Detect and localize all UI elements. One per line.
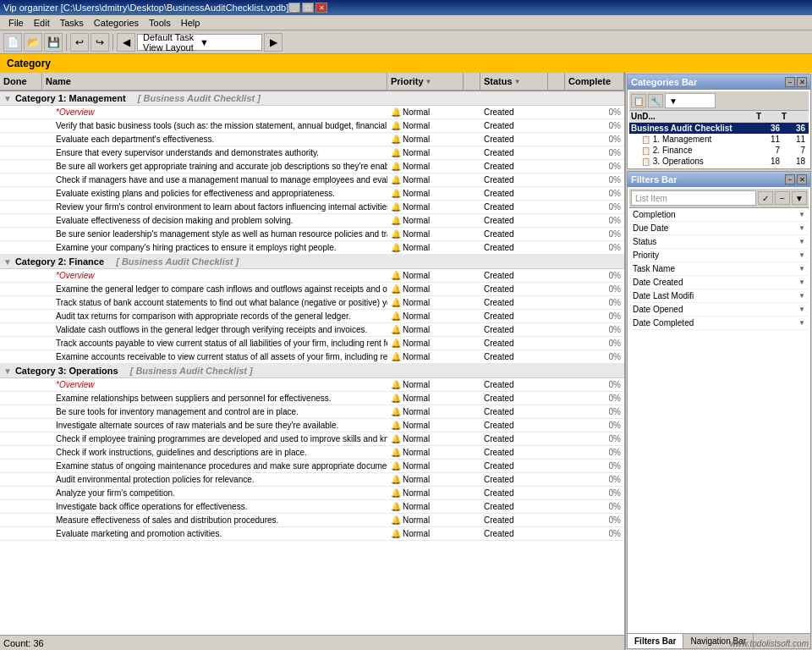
priority-spacer-cell [464,296,480,309]
menu-tasks[interactable]: Tasks [55,17,89,29]
save-button[interactable]: 💾 [44,33,63,52]
filter-label: Priority [633,251,798,260]
task-row[interactable]: Track accounts payable to view current s… [0,337,624,350]
task-row[interactable]: Be sure all workers get appropriate trai… [0,160,624,174]
layout-dropdown[interactable]: Default Task View Layout ▼ [137,34,262,51]
menu-tools[interactable]: Tools [144,17,176,29]
task-row[interactable]: Investigate alternate sources of raw mat… [0,419,624,432]
maximize-button[interactable]: □ [302,3,314,13]
task-list[interactable]: ▼Category 1: Management [ Business Audit… [0,91,624,635]
task-row[interactable]: Examine relationships between suppliers … [0,392,624,405]
task-row[interactable]: Check if managers have and use a managem… [0,174,624,187]
task-row[interactable]: Audit environmental protection policies … [0,473,624,487]
task-row[interactable]: *Overview🔔NormalCreated0% [0,269,624,283]
status-cell: Created [480,296,548,309]
priority-cell: 🔔Normal [387,323,464,336]
cat-row-bracket: [ Business Audit Checklist ] [116,256,239,267]
cat-panel-pin-button[interactable]: − [785,77,795,87]
task-row[interactable]: Be sure tools for inventory management a… [0,405,624,419]
tab-filters-bar[interactable]: Filters Bar [628,634,683,648]
filter-dropdown-icon[interactable]: ▼ [798,251,805,259]
task-row[interactable]: Evaluate existing plans and policies for… [0,187,624,201]
cat-item-1[interactable]: 📋 1. Management1111 [629,134,809,145]
cat-item-3[interactable]: 📋 3. Operations1818 [629,156,809,167]
filter-dropdown-icon[interactable]: ▼ [798,265,805,273]
filter-tool-dropdown[interactable]: ▼ [792,191,807,205]
filter-dropdown-icon[interactable]: ▼ [798,292,805,300]
task-row[interactable]: Measure effectiveness of sales and distr… [0,514,624,527]
close-button[interactable]: ✕ [315,3,327,13]
cat-item-n1: 7 [756,146,782,155]
col-name[interactable]: Name [42,73,387,90]
task-row[interactable]: *Overview🔔NormalCreated0% [0,378,624,392]
cat-tool-1[interactable]: 📋 [631,94,646,107]
toolbar-separator-1 [66,34,67,51]
category-row-2[interactable]: ▼Category 2: Finance [ Business Audit Ch… [0,255,624,269]
status-spacer-cell [548,527,565,540]
task-row[interactable]: Verify that basic business tools (such a… [0,119,624,133]
menu-file[interactable]: File [3,17,29,29]
filters-bar-title: Filters Bar [631,174,677,185]
status-cell: Created [480,446,548,459]
task-row[interactable]: Evaluate marketing and promotion activit… [0,527,624,541]
status-cell: Created [480,350,548,363]
task-row[interactable]: Audit tax returns for comparison with ap… [0,310,624,323]
menu-categories[interactable]: Categories [89,17,144,29]
filter-dropdown-icon[interactable]: ▼ [798,211,805,218]
status-spacer-cell [548,310,565,322]
task-row[interactable]: *Overview🔔NormalCreated0% [0,106,624,119]
cat-item-icon: 📋 [641,135,650,144]
col-status[interactable]: Status ▼ [480,73,548,90]
task-row[interactable]: Examine your company's hiring practices … [0,241,624,255]
col-priority[interactable]: Priority ▼ [387,73,464,90]
task-row[interactable]: Review your firm's control environment t… [0,201,624,214]
priority-value: Normal [403,339,430,348]
status-spacer-cell [548,146,565,159]
filter-dropdown-icon[interactable]: ▼ [798,278,805,286]
filter-panel-pin-button[interactable]: − [785,174,795,185]
task-row[interactable]: Examine the general ledger to compare ca… [0,283,624,296]
filter-tool-check[interactable]: ✓ [758,191,773,205]
cat-tool-2[interactable]: 🔧 [648,94,663,107]
task-row[interactable]: Be sure senior leadership's management s… [0,228,624,241]
filter-panel-close-button[interactable]: ✕ [797,174,807,185]
filter-tool-minus[interactable]: − [775,191,790,205]
filter-dropdown-icon[interactable]: ▼ [798,238,805,245]
cat-view-dropdown[interactable]: ▼ [665,93,716,108]
filter-dropdown-icon[interactable]: ▼ [798,319,805,327]
task-row[interactable]: Evaluate effectiveness of decision makin… [0,214,624,228]
task-row[interactable]: Examine status of ongoing maintenance pr… [0,460,624,473]
task-row[interactable]: Validate cash outflows in the general le… [0,323,624,337]
new-task-button[interactable]: 📄 [3,33,22,52]
task-row[interactable]: Check if employee training programmes ar… [0,432,624,446]
task-row[interactable]: Analyze your firm's competition.🔔NormalC… [0,487,624,500]
open-button[interactable]: 📂 [24,33,42,52]
category-row-1[interactable]: ▼Category 1: Management [ Business Audit… [0,91,624,106]
task-row[interactable]: Ensure that every supervisor understands… [0,146,624,160]
cat-panel-close-button[interactable]: ✕ [797,77,807,87]
forward-button[interactable]: ▶ [264,33,283,52]
back-button[interactable]: ◀ [117,33,135,52]
task-row[interactable]: Evaluate each department's effectiveness… [0,133,624,146]
minimize-button[interactable]: _ [288,3,300,13]
menu-edit[interactable]: Edit [29,17,55,29]
filter-input[interactable]: List Item [631,190,756,206]
cat-root-item[interactable]: Business Audit Checklist 36 36 [629,123,809,134]
filter-dropdown-icon[interactable]: ▼ [798,306,805,313]
cat-row-bracket: [ Business Audit Checklist ] [130,366,253,376]
category-row-3[interactable]: ▼Category 3: Operations [ Business Audit… [0,364,624,378]
redo-button[interactable]: ↪ [91,33,109,52]
priority-icon: 🔔 [391,407,401,416]
col-complete[interactable]: Complete [565,73,624,90]
undo-button[interactable]: ↩ [70,33,89,52]
task-row[interactable]: Investigate back office operations for e… [0,500,624,514]
complete-cell: 0% [565,214,624,227]
cat-item-2[interactable]: 📋 2. Finance77 [629,145,809,156]
menu-help[interactable]: Help [176,17,206,29]
task-row[interactable]: Examine accounts receivable to view curr… [0,350,624,364]
task-row[interactable]: Check if work instructions, guidelines a… [0,446,624,460]
filter-dropdown-icon[interactable]: ▼ [798,224,805,232]
status-spacer-cell [548,106,565,118]
done-cell [0,228,42,240]
task-row[interactable]: Track status of bank account statements … [0,296,624,310]
